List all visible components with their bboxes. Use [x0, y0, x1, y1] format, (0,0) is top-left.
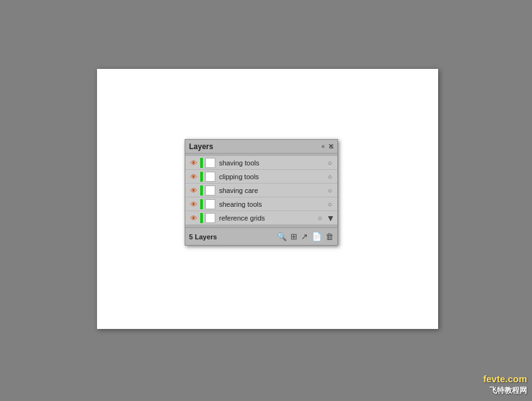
- layer-visibility-toggle[interactable]: 👁: [188, 187, 199, 194]
- layer-lock-icon[interactable]: ○: [325, 187, 335, 194]
- layer-color-bar: [200, 185, 203, 195]
- eye-icon: 👁: [190, 214, 197, 222]
- layer-color-bar: [200, 199, 203, 209]
- layer-lock-icon[interactable]: ○: [325, 200, 335, 208]
- layer-color-bar: [200, 213, 203, 223]
- layer-lock-icon[interactable]: ○: [315, 214, 325, 222]
- layers-panel: Layers « ✕ ≡ 👁 shaving tools ○ 👁 clippin…: [185, 139, 338, 246]
- eye-icon: 👁: [190, 159, 197, 167]
- layer-thumbnail: [205, 158, 215, 168]
- layer-name: shaving care: [219, 187, 325, 194]
- layer-row[interactable]: 👁 clipping tools ○: [185, 170, 337, 184]
- layer-thumbnail: [205, 213, 215, 223]
- eye-icon: 👁: [190, 173, 197, 180]
- layer-row[interactable]: 👁 reference grids ○ ▼: [185, 211, 337, 225]
- footer-actions: 🔍 ⊞ ↗ 📄 🗑: [277, 232, 334, 241]
- panel-title: Layers: [189, 142, 213, 151]
- layer-name: reference grids: [219, 214, 315, 222]
- layer-visibility-toggle[interactable]: 👁: [188, 173, 199, 180]
- panel-menu-icon[interactable]: ≡: [329, 142, 334, 151]
- delete-layer-icon[interactable]: 🗑: [325, 232, 334, 241]
- layer-lock-icon[interactable]: ○: [325, 173, 335, 180]
- layer-name: shaving tools: [219, 159, 325, 167]
- layer-thumbnail: [205, 172, 215, 182]
- scroll-indicator-icon: ▼: [326, 213, 335, 223]
- panel-collapse-icon[interactable]: «: [321, 143, 325, 150]
- layer-row[interactable]: 👁 shaving tools ○: [185, 156, 337, 170]
- watermark-sub: 飞特教程网: [483, 385, 527, 396]
- layer-visibility-toggle[interactable]: 👁: [188, 159, 199, 167]
- group-layers-icon[interactable]: ⊞: [290, 232, 297, 241]
- watermark: fevte.com 飞特教程网: [483, 372, 527, 396]
- layer-row[interactable]: 👁 shaving care ○: [185, 184, 337, 197]
- layer-count-label: 5 Layers: [189, 233, 217, 241]
- new-layer-icon[interactable]: ↗: [301, 232, 308, 241]
- layer-visibility-toggle[interactable]: 👁: [188, 200, 199, 208]
- layers-list: 👁 shaving tools ○ 👁 clipping tools ○ 👁 s…: [185, 154, 337, 227]
- layer-name: clipping tools: [219, 173, 325, 180]
- layer-color-bar: [200, 158, 203, 168]
- layer-color-bar: [200, 172, 203, 182]
- watermark-main: fevte.com: [483, 372, 527, 385]
- layer-thumbnail: [205, 199, 215, 209]
- layer-comp-icon[interactable]: 📄: [312, 232, 322, 241]
- panel-header: Layers « ✕ ≡: [185, 140, 337, 154]
- panel-footer: 5 Layers 🔍 ⊞ ↗ 📄 🗑: [185, 227, 337, 245]
- layer-row[interactable]: 👁 shearing tools ○: [185, 197, 337, 211]
- layer-thumbnail: [205, 185, 215, 195]
- search-layers-icon[interactable]: 🔍: [277, 232, 287, 241]
- layer-name: shearing tools: [219, 200, 325, 208]
- eye-icon: 👁: [190, 187, 197, 194]
- eye-icon: 👁: [190, 200, 197, 208]
- layer-lock-icon[interactable]: ○: [325, 159, 335, 167]
- layer-visibility-toggle[interactable]: 👁: [188, 214, 199, 222]
